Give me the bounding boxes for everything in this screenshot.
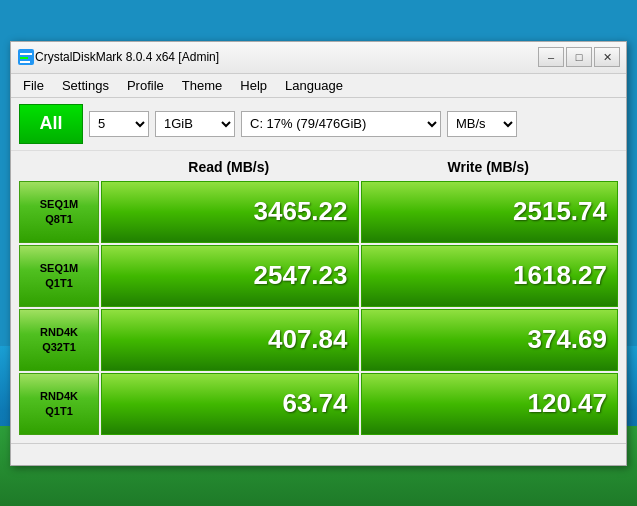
count-select[interactable]: 5 <box>89 111 149 137</box>
title-bar: CrystalDiskMark 8.0.4 x64 [Admin] – □ ✕ <box>11 42 626 74</box>
menu-bar: File Settings Profile Theme Help Languag… <box>11 74 626 98</box>
app-icon <box>17 48 35 66</box>
main-window: CrystalDiskMark 8.0.4 x64 [Admin] – □ ✕ … <box>10 41 627 466</box>
read-cell-2: 407.84 <box>101 309 359 371</box>
minimize-button[interactable]: – <box>538 47 564 67</box>
table-row: RND4K Q32T1 407.84 374.69 <box>19 309 618 371</box>
menu-file[interactable]: File <box>15 76 52 95</box>
unit-select[interactable]: MB/s <box>447 111 517 137</box>
write-value-2: 374.69 <box>527 324 607 355</box>
read-cell-1: 2547.23 <box>101 245 359 307</box>
close-button[interactable]: ✕ <box>594 47 620 67</box>
menu-theme[interactable]: Theme <box>174 76 230 95</box>
drive-select[interactable]: C: 17% (79/476GiB) <box>241 111 441 137</box>
write-cell-0: 2515.74 <box>361 181 619 243</box>
write-value-0: 2515.74 <box>513 196 607 227</box>
menu-language[interactable]: Language <box>277 76 351 95</box>
label-col-header <box>19 155 99 179</box>
read-value-1: 2547.23 <box>254 260 348 291</box>
write-cell-2: 374.69 <box>361 309 619 371</box>
read-col-header: Read (MB/s) <box>99 155 359 179</box>
toolbar: All 5 1GiB C: 17% (79/476GiB) MB/s <box>11 98 626 151</box>
table-row: SEQ1M Q8T1 3465.22 2515.74 <box>19 181 618 243</box>
row-label-2: RND4K Q32T1 <box>19 309 99 371</box>
read-cell-3: 63.74 <box>101 373 359 435</box>
read-value-0: 3465.22 <box>254 196 348 227</box>
read-value-2: 407.84 <box>268 324 348 355</box>
window-title: CrystalDiskMark 8.0.4 x64 [Admin] <box>35 50 538 64</box>
write-cell-3: 120.47 <box>361 373 619 435</box>
svg-rect-3 <box>20 61 30 63</box>
row-label-0: SEQ1M Q8T1 <box>19 181 99 243</box>
size-select[interactable]: 1GiB <box>155 111 235 137</box>
maximize-button[interactable]: □ <box>566 47 592 67</box>
table-row: RND4K Q1T1 63.74 120.47 <box>19 373 618 435</box>
window-controls: – □ ✕ <box>538 47 620 67</box>
data-table: SEQ1M Q8T1 3465.22 2515.74 SEQ1M Q1T1 25… <box>19 181 618 435</box>
menu-settings[interactable]: Settings <box>54 76 117 95</box>
read-value-3: 63.74 <box>282 388 347 419</box>
all-button[interactable]: All <box>19 104 83 144</box>
read-cell-0: 3465.22 <box>101 181 359 243</box>
column-headers: Read (MB/s) Write (MB/s) <box>19 155 618 179</box>
row-label-1: SEQ1M Q1T1 <box>19 245 99 307</box>
main-content: Read (MB/s) Write (MB/s) SEQ1M Q8T1 3465… <box>11 151 626 439</box>
svg-rect-1 <box>20 53 32 55</box>
svg-rect-2 <box>20 57 28 59</box>
write-col-header: Write (MB/s) <box>359 155 619 179</box>
write-cell-1: 1618.27 <box>361 245 619 307</box>
menu-profile[interactable]: Profile <box>119 76 172 95</box>
menu-help[interactable]: Help <box>232 76 275 95</box>
status-bar <box>11 443 626 465</box>
table-row: SEQ1M Q1T1 2547.23 1618.27 <box>19 245 618 307</box>
write-value-3: 120.47 <box>527 388 607 419</box>
write-value-1: 1618.27 <box>513 260 607 291</box>
row-label-3: RND4K Q1T1 <box>19 373 99 435</box>
